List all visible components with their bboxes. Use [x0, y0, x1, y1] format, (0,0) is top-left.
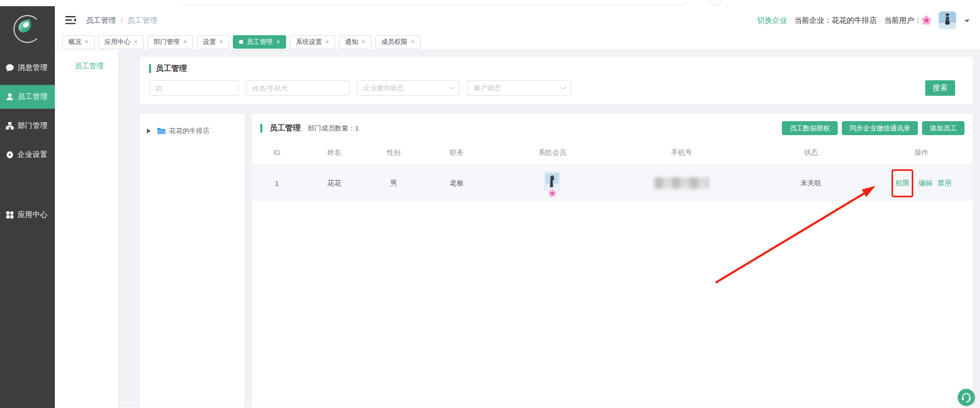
logo: [0, 6, 55, 52]
filter-card: 员工管理 企业微信状态 账户状态 搜索: [140, 57, 973, 105]
address-bar-edge: [180, 0, 689, 5]
customer-service-button[interactable]: [958, 389, 975, 406]
sidebar-item-label: 应用中心: [18, 210, 48, 220]
sidebar-item-company-settings[interactable]: 企业设置: [0, 143, 55, 167]
sidebar-item-label: 企业设置: [18, 150, 48, 159]
sidebar-item-label: 消息管理: [18, 63, 48, 72]
tab-close-icon[interactable]: ×: [411, 38, 414, 46]
breadcrumb-separator: /: [121, 16, 123, 24]
col-header-phone: 手机号: [612, 148, 751, 157]
tab-close-icon[interactable]: ×: [134, 38, 138, 46]
switch-company-link[interactable]: 切换企业: [757, 16, 787, 25]
message-icon: [5, 64, 14, 72]
filter-card-title: 员工管理: [156, 64, 187, 74]
chevron-down-icon: [449, 84, 455, 90]
title-accent-bar: [149, 64, 151, 73]
member-avatar[interactable]: [544, 172, 560, 191]
col-header-job: 职务: [421, 148, 493, 157]
member-flower-icon: [551, 192, 554, 195]
tab-member-permissions[interactable]: 成员权限×: [375, 35, 421, 49]
current-company: 当前企业：花花的牛排店: [794, 16, 877, 25]
name-phone-input[interactable]: [246, 80, 349, 96]
cell-id: 1: [252, 180, 302, 187]
wechat-status-select[interactable]: 企业微信状态: [357, 80, 460, 96]
tab-close-icon[interactable]: ×: [183, 38, 187, 46]
col-header-actions: 操作: [870, 148, 973, 157]
tab-close-icon[interactable]: ×: [85, 38, 88, 46]
table-header-row: ID 姓名 性别 职务 系统会员 手机号 状态 操作: [252, 140, 973, 165]
cell-name: 花花: [302, 179, 366, 188]
employee-icon: [5, 93, 14, 101]
table-row: 1 花花 男 老板: [252, 165, 973, 201]
folder-icon: [157, 127, 166, 135]
tab-close-icon[interactable]: ×: [362, 38, 365, 46]
secondary-sidebar: 员工管理: [55, 50, 119, 407]
breadcrumb: 员工管理 / 员工管理: [86, 16, 157, 25]
top-header: 员工管理 / 员工管理 切换企业 当前企业：花花的牛排店 当前用户：: [55, 6, 980, 34]
tab-close-icon[interactable]: ×: [219, 38, 223, 46]
col-header-status: 状态: [751, 148, 870, 157]
title-accent-bar: [260, 124, 262, 133]
cell-gender: 男: [366, 179, 420, 188]
logo-leaf-icon: [17, 19, 33, 34]
sidebar-item-label: 部门管理: [18, 121, 48, 130]
tree-node-label: 花花的牛排店: [169, 126, 210, 136]
authorize-data-button[interactable]: 员工数据授权: [782, 121, 838, 135]
app-window: 消息管理 员工管理 部门管理 企业设置: [0, 0, 980, 408]
content-area: 员工管理 企业微信状态 账户状态 搜索: [119, 50, 980, 407]
cell-phone: [612, 178, 751, 189]
gear-icon: [5, 151, 14, 159]
user-avatar[interactable]: [939, 11, 956, 29]
col-header-id: ID: [252, 149, 302, 156]
secondary-sidebar-item-employees[interactable]: 员工管理: [55, 62, 118, 71]
employee-table-card: 员工管理 部门成员数量：1 员工数据授权 同步企业微信通讯录 添加员工 ID 姓…: [252, 114, 973, 407]
user-menu-caret-icon[interactable]: [964, 20, 970, 25]
tab-close-icon[interactable]: ×: [276, 38, 280, 46]
browser-avatar-edge: [708, 0, 721, 6]
tab-notifications[interactable]: 通知×: [339, 35, 372, 49]
collapse-menu-icon[interactable]: [65, 16, 77, 25]
sidebar-item-messages[interactable]: 消息管理: [0, 56, 55, 80]
col-header-member: 系统会员: [493, 148, 612, 157]
tab-bar: 概况× 应用中心× 部门管理× 设置× 员工管理× 系统设置× 通知× 成员权限…: [55, 34, 980, 50]
search-button[interactable]: 搜索: [925, 80, 955, 96]
breadcrumb-level1[interactable]: 员工管理: [86, 16, 116, 25]
account-status-select[interactable]: 账户状态: [467, 80, 571, 96]
tab-close-icon[interactable]: ×: [325, 38, 329, 46]
tab-departments[interactable]: 部门管理×: [147, 35, 193, 49]
headset-icon: [961, 392, 972, 403]
cell-actions: 权限 编辑 禁用: [870, 169, 973, 197]
tab-app-center[interactable]: 应用中心×: [98, 35, 144, 49]
sidebar-item-employees[interactable]: 员工管理: [0, 85, 55, 109]
sidebar: 消息管理 员工管理 部门管理 企业设置: [0, 6, 55, 408]
tree-node-root[interactable]: 花花的牛排店: [147, 126, 237, 136]
permission-link[interactable]: 权限: [896, 179, 910, 188]
current-user: 当前用户：: [884, 16, 932, 25]
id-input[interactable]: [149, 80, 239, 96]
active-tab-dot: [239, 40, 243, 44]
breadcrumb-level2: 员工管理: [127, 16, 157, 25]
table-card-title: 员工管理: [270, 123, 301, 133]
tab-employees-active[interactable]: 员工管理×: [233, 35, 286, 49]
sidebar-item-label: 员工管理: [18, 92, 48, 101]
annotation-highlight-box: 权限: [892, 169, 913, 197]
tree-expand-icon[interactable]: [147, 128, 153, 134]
flower-badge-icon: [925, 19, 928, 22]
phone-number-redacted: [655, 178, 709, 189]
member-count: 部门成员数量：1: [308, 124, 359, 133]
disable-link[interactable]: 禁用: [938, 179, 952, 188]
cell-system-member: [493, 172, 612, 195]
browser-chrome-sliver: [0, 0, 980, 6]
tab-overview[interactable]: 概况×: [62, 35, 95, 49]
sidebar-item-departments[interactable]: 部门管理: [0, 114, 55, 138]
sidebar-item-app-center[interactable]: 应用中心: [0, 203, 55, 227]
sync-wechat-contacts-button[interactable]: 同步企业微信通讯录: [842, 121, 918, 135]
edit-link[interactable]: 编辑: [918, 179, 932, 188]
add-employee-button[interactable]: 添加员工: [922, 121, 964, 135]
cell-status: 未关联: [751, 179, 870, 188]
tab-settings[interactable]: 设置×: [197, 35, 229, 49]
col-header-gender: 性别: [366, 148, 420, 157]
tab-system-settings[interactable]: 系统设置×: [290, 35, 335, 49]
cell-job: 老板: [421, 179, 493, 188]
col-header-name: 姓名: [302, 148, 366, 157]
